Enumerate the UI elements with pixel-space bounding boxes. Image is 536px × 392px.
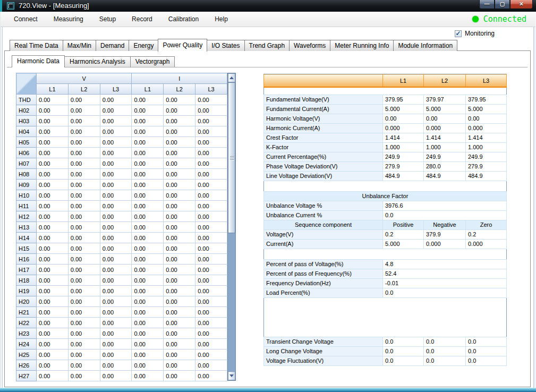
harmonic-cell: 0.00 [100,286,132,296]
harmonic-cell: 0.00 [195,201,227,211]
quality-col-header-l2: L2 [424,74,466,88]
section-header-unbalance-factor: Unbalance Factor [264,191,507,201]
monitoring-control[interactable]: ✓ Monitoring [455,30,495,37]
harmonic-cell: 0.00 [37,95,69,105]
harmonic-row-h11: H110.000.000.000.000.000.00 [16,201,227,211]
row-header: H07 [16,158,37,169]
quality-row-load-percent: Load Percent(%)0.0 [264,288,507,297]
subtab-harmonic-data[interactable]: Harmonic Data [12,55,65,67]
harmonic-row-h15: H150.000.000.000.000.000.00 [16,243,227,254]
quality-row-label: Fundamental Voltage(V) [264,95,383,104]
tab-i-o-states[interactable]: I/O States [207,40,244,51]
harmonic-cell: 0.00 [132,275,164,286]
spacer-row [264,249,507,259]
menu-item-setup[interactable]: Setup [91,14,124,24]
harmonic-cell: 0.00 [37,233,69,243]
harmonic-table-scrollbar[interactable] [227,73,236,381]
tab-power-quality[interactable]: Power Quality [158,39,207,52]
harmonic-cell: 0.00 [100,339,132,350]
row-header: H13 [16,222,37,233]
harmonic-cell: 0.00 [132,328,164,339]
subtab-vectorgraph[interactable]: Vectorgraph [130,56,175,67]
title-bar: 720.View - [Measuring] —▢✕ [0,0,536,12]
harmonic-cell: 0.00 [68,148,100,158]
quality-cell: 379.97 [424,95,466,104]
harmonic-cell: 0.00 [132,201,164,211]
connected-label: Connected [483,14,526,24]
quality-table-container: L1L2L3 Fundamental Voltage(V)379.95379.9… [263,74,507,366]
harmonic-cell: 0.00 [164,116,195,126]
scrollbar-thumb[interactable] [228,82,235,233]
harmonic-cell: 0.00 [68,275,100,286]
harmonic-cell: 0.00 [100,180,132,190]
menu-item-calibration[interactable]: Calibration [160,14,207,24]
harmonic-cell: 0.00 [132,180,164,190]
row-header: H15 [16,243,37,254]
harmonic-cell: 0.00 [37,339,69,350]
harmonic-row-h23: H230.000.000.000.000.000.00 [16,328,227,339]
maximize-button[interactable]: ▢ [495,0,510,9]
harmonic-cell: 0.00 [100,148,132,158]
quality-row-value: 0.0 [383,210,507,220]
quality-row-label: Phase Voltage Deviation(V) [264,161,383,171]
tab-waveforms[interactable]: Waveforms [289,40,330,51]
quality-cell: 279.9 [466,161,507,171]
quality-row-label: Crest Factor [264,133,383,142]
menu-item-record[interactable]: Record [124,14,160,24]
harmonic-cell: 0.00 [132,318,164,328]
window-frame-right [533,12,536,388]
harmonic-cell: 0.00 [100,318,132,328]
quality-cell: 0.00 [383,114,424,123]
tab-max-min[interactable]: Max/Min [63,40,96,51]
harmonic-row-h27: H270.000.000.000.000.000.00 [16,371,227,381]
harmonic-row-h03: H030.000.000.000.000.000.00 [16,116,227,126]
tab-trend-graph[interactable]: Trend Graph [244,40,290,51]
row-header: H10 [16,190,37,201]
harmonic-cell: 0.00 [37,318,69,328]
harmonic-row-h19: H190.000.000.000.000.000.00 [16,286,227,296]
subheader-col-negative: Negative [424,220,466,229]
quality-cell: 0.000 [424,123,466,133]
close-button[interactable]: ✕ [510,0,533,9]
harmonic-cell: 0.00 [100,233,132,243]
harmonic-cell: 0.00 [195,275,227,286]
harmonic-cell: 0.00 [68,190,100,201]
menu-item-connect[interactable]: Connect [6,14,46,24]
harmonic-cell: 0.00 [37,201,69,211]
col-header-l2-1: L2 [68,84,100,95]
harmonic-cell: 0.00 [68,169,100,180]
arrow-down-icon [229,374,234,377]
tab-demand[interactable]: Demand [96,40,129,51]
harmonic-cell: 0.00 [132,296,164,307]
scrollbar-down-button[interactable] [228,371,235,380]
menu-item-help[interactable]: Help [207,14,236,24]
harmonic-cell: 0.00 [100,328,132,339]
harmonic-cell: 0.00 [37,243,69,254]
harmonic-cell: 0.00 [195,286,227,296]
scrollbar-up-button[interactable] [228,73,235,82]
quality-cell: 0.000 [466,123,507,133]
tab-meter-running-info[interactable]: Meter Running Info [330,40,393,51]
harmonic-cell: 0.00 [195,233,227,243]
row-header: H20 [16,296,37,307]
harmonic-cell: 0.00 [37,105,69,116]
tab-module-information[interactable]: Module Information [393,40,457,51]
harmonic-cell: 0.00 [37,126,69,137]
harmonic-cell: 0.00 [164,190,195,201]
harmonic-cell: 0.00 [132,360,164,371]
minimize-button[interactable]: — [479,0,495,9]
subtab-harmonics-analysis[interactable]: Harmonics Analysis [65,56,130,67]
col-header-l1-3: L1 [132,84,164,95]
quality-cell: 1.414 [383,133,424,142]
harmonic-cell: 0.00 [132,350,164,360]
harmonic-cell: 0.00 [132,211,164,222]
quality-row-transient-change-voltage: Transient Change Voltage0.00.00.0 [264,337,507,346]
connection-status: Connected [472,14,526,24]
tab-energy[interactable]: Energy [129,40,158,51]
menu-item-measuring[interactable]: Measuring [46,14,91,24]
quality-cell: 0.0 [466,346,507,356]
harmonic-cell: 0.00 [68,339,100,350]
monitoring-checkbox[interactable]: ✓ [455,30,462,37]
harmonic-cell: 0.00 [68,296,100,307]
tab-real-time-data[interactable]: Real Time Data [10,40,63,51]
